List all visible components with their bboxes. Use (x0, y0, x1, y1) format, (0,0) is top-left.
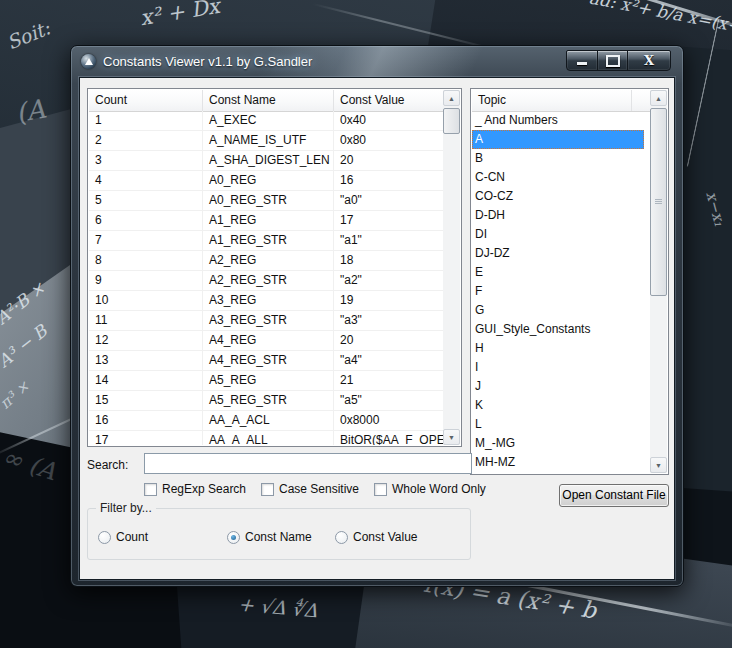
table-cell: "a4" (334, 351, 443, 370)
table-row[interactable]: 1A_EXEC0x40 (89, 111, 443, 131)
topic-item-i[interactable]: I (472, 358, 644, 377)
radio-dot-icon[interactable] (98, 531, 111, 544)
topic-item-c-cn[interactable]: C-CN (472, 168, 644, 187)
table-row[interactable]: 12A4_REG20 (89, 331, 443, 351)
table-cell: A4_REG_STR (203, 351, 334, 370)
table-cell: 9 (89, 271, 203, 290)
table-cell: "a2" (334, 271, 443, 290)
table-header-row: Count Const Name Const Value (89, 90, 443, 112)
window-title: Constants Viewer v1.1 by G.Sandler (103, 46, 312, 77)
checkbox-whole-word-only[interactable]: Whole Word Only (374, 482, 486, 496)
table-cell: A2_REG_STR (203, 271, 334, 290)
column-header-const-name[interactable]: Const Name (203, 90, 334, 111)
topic-item-l[interactable]: L (472, 415, 644, 434)
table-cell: A5_REG_STR (203, 391, 334, 410)
table-cell: 17 (334, 211, 443, 230)
topic-item-d-dh[interactable]: D-DH (472, 206, 644, 225)
table-row[interactable]: 2A_NAME_IS_UTF0x80 (89, 131, 443, 151)
topic-item-e[interactable]: E (472, 263, 644, 282)
scroll-up-icon[interactable]: ▲ (650, 90, 667, 106)
column-header-topic[interactable]: Topic (472, 90, 632, 111)
table-cell: AA_A_ACL (203, 411, 334, 430)
radio-count[interactable]: Count (98, 530, 148, 544)
table-row[interactable]: 3A_SHA_DIGEST_LEN20 (89, 151, 443, 171)
checkbox-label: Whole Word Only (392, 482, 486, 496)
checkbox-case-sensitive[interactable]: Case Sensitive (261, 482, 359, 496)
table-cell: A2_REG (203, 251, 334, 270)
table-cell: 15 (89, 391, 203, 410)
search-input[interactable] (144, 453, 472, 474)
desktop: Soit:x² + Dxad: x²+ b∕a x=(x−x−x₁A²·B ×A… (0, 0, 732, 648)
table-row[interactable]: 6A1_REG17 (89, 211, 443, 231)
radio-const-name[interactable]: Const Name (227, 530, 312, 544)
search-options: RegExp SearchCase SensitiveWhole Word On… (80, 482, 560, 498)
table-row[interactable]: 4A0_REG16 (89, 171, 443, 191)
table-row[interactable]: 9A2_REG_STR"a2" (89, 271, 443, 291)
scroll-down-icon[interactable]: ▼ (443, 429, 460, 445)
const-table-rows: 1A_EXEC0x402A_NAME_IS_UTF0x803A_SHA_DIGE… (89, 111, 443, 445)
maximize-icon (606, 55, 620, 67)
minimize-button[interactable] (566, 50, 598, 71)
table-row[interactable]: 13A4_REG_STR"a4" (89, 351, 443, 371)
topic-item-and-numbers[interactable]: _ And Numbers (472, 111, 644, 130)
caption-buttons: X (567, 50, 671, 71)
topic-item-m-mg[interactable]: M_-MG (472, 434, 644, 453)
table-cell: "a0" (334, 191, 443, 210)
topic-item-co-cz[interactable]: CO-CZ (472, 187, 644, 206)
table-row[interactable]: 10A3_REG19 (89, 291, 443, 311)
table-cell: "a5" (334, 391, 443, 410)
table-cell: A5_REG (203, 371, 334, 390)
radio-const-value[interactable]: Const Value (335, 530, 417, 544)
table-row[interactable]: 5A0_REG_STR"a0" (89, 191, 443, 211)
checkbox-box-icon[interactable] (144, 483, 157, 496)
topic-item-g[interactable]: G (472, 301, 644, 320)
topics-scrollbar-thumb[interactable] (650, 108, 667, 296)
table-cell: 13 (89, 351, 203, 370)
table-cell: A_SHA_DIGEST_LEN (203, 151, 334, 170)
table-cell: 4 (89, 171, 203, 190)
client-area: Count Const Name Const Value 1A_EXEC0x40… (79, 77, 675, 580)
checkbox-label: Case Sensitive (279, 482, 359, 496)
checkbox-regexp-search[interactable]: RegExp Search (144, 482, 246, 496)
radio-dot-icon[interactable] (227, 531, 240, 544)
maximize-button[interactable] (597, 50, 628, 71)
table-cell: A0_REG_STR (203, 191, 334, 210)
column-header-filler (632, 90, 650, 111)
open-constant-file-button[interactable]: Open Constant File (559, 484, 669, 507)
table-cell: 2 (89, 131, 203, 150)
topic-item-di[interactable]: DI (472, 225, 644, 244)
table-cell: 5 (89, 191, 203, 210)
topic-item-j[interactable]: J (472, 377, 644, 396)
table-row[interactable]: 17AA_A_ALLBitOR($AA_F_OPE... (89, 431, 443, 445)
table-scrollbar: ▲ ▼ (443, 90, 460, 445)
table-scrollbar-thumb[interactable] (443, 108, 460, 134)
table-cell: 16 (334, 171, 443, 190)
topic-item-k[interactable]: K (472, 396, 644, 415)
topic-item-h[interactable]: H (472, 339, 644, 358)
table-row[interactable]: 14A5_REG21 (89, 371, 443, 391)
checkbox-box-icon[interactable] (374, 483, 387, 496)
topic-item-b[interactable]: B (472, 149, 644, 168)
topic-item-dj-dz[interactable]: DJ-DZ (472, 244, 644, 263)
table-row[interactable]: 15A5_REG_STR"a5" (89, 391, 443, 411)
close-button[interactable]: X (627, 50, 671, 71)
radio-dot-icon[interactable] (335, 531, 348, 544)
checkbox-box-icon[interactable] (261, 483, 274, 496)
scroll-up-icon[interactable]: ▲ (443, 90, 460, 106)
topic-item-f[interactable]: F (472, 282, 644, 301)
topic-item-a[interactable]: A (472, 130, 644, 149)
scroll-down-icon[interactable]: ▼ (650, 457, 667, 473)
table-row[interactable]: 7A1_REG_STR"a1" (89, 231, 443, 251)
column-header-const-value[interactable]: Const Value (334, 90, 443, 111)
table-row[interactable]: 11A3_REG_STR"a3" (89, 311, 443, 331)
column-header-count[interactable]: Count (89, 90, 203, 111)
topic-item-gui-style-constants[interactable]: GUI_Style_Constants (472, 320, 644, 339)
table-cell: 20 (334, 151, 443, 170)
table-row[interactable]: 16AA_A_ACL0x8000 (89, 411, 443, 431)
table-row[interactable]: 8A2_REG18 (89, 251, 443, 271)
topic-item-mh-mz[interactable]: MH-MZ (472, 453, 644, 472)
search-label: Search: (87, 458, 128, 472)
scrollbar-grip-icon (655, 199, 662, 200)
table-cell: A3_REG_STR (203, 311, 334, 330)
table-cell: 21 (334, 371, 443, 390)
